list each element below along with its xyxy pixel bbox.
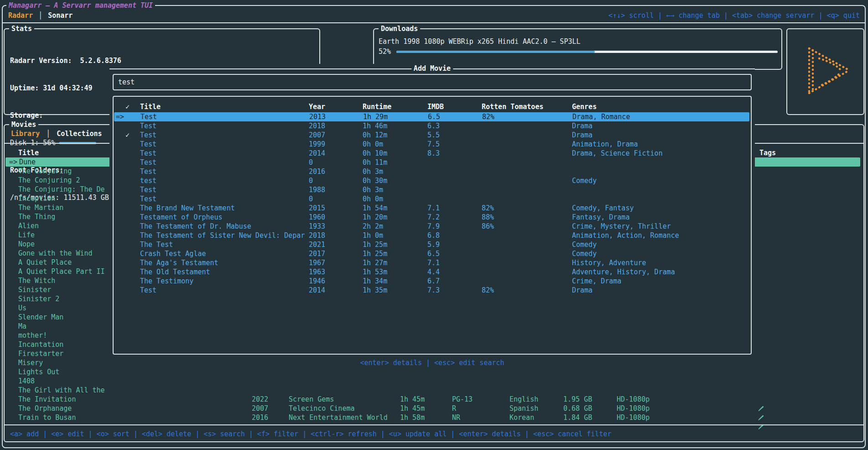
result-year: 1963 bbox=[309, 267, 325, 277]
result-row[interactable]: => ✓ test 0 0h 30m Comedy bbox=[114, 176, 751, 185]
result-title: test bbox=[140, 176, 156, 185]
edit-pencil-icon[interactable] bbox=[708, 404, 764, 413]
result-row[interactable]: => ✓ The Testament of Sister New Devil: … bbox=[114, 231, 751, 240]
movie-title: Misery bbox=[18, 358, 43, 367]
download-progress-gauge bbox=[396, 51, 778, 53]
result-imdb-rating: 7.1 bbox=[427, 258, 440, 267]
movie-row[interactable]: => The Orphanage 2007 Telecinco Cinema 1… bbox=[5, 404, 863, 413]
tab-radarr[interactable]: Radarr bbox=[7, 11, 34, 20]
result-rotten-tomatoes: 88% bbox=[482, 213, 494, 222]
movie-studio: Next Entertainment World bbox=[289, 413, 388, 422]
movie-runtime: 1h 45m bbox=[400, 404, 425, 413]
movie-certification: PG-13 bbox=[452, 395, 473, 404]
result-runtime: 1h 34m bbox=[363, 277, 387, 286]
movie-title: The Witch bbox=[18, 276, 55, 285]
result-runtime: 0h 0m bbox=[363, 140, 383, 149]
download-progress-line: 52% bbox=[379, 47, 778, 56]
result-title: Test bbox=[140, 131, 156, 140]
result-runtime: 0h 12m bbox=[363, 131, 387, 140]
movies-panel-title: Movies bbox=[9, 120, 38, 129]
result-rotten-tomatoes: 82% bbox=[482, 286, 494, 295]
result-year: 1933 bbox=[309, 222, 325, 231]
result-runtime: 1h 25m bbox=[363, 249, 387, 258]
tab-library[interactable]: Library bbox=[10, 129, 41, 138]
movie-year: 2007 bbox=[252, 404, 268, 413]
result-row[interactable]: => ✓ The Old Testament 1963 1h 53m 4.4 A… bbox=[114, 267, 751, 277]
result-title: The Brand New Testament bbox=[140, 204, 235, 213]
tab-collections[interactable]: Collections bbox=[56, 129, 103, 138]
result-year: 0 bbox=[309, 158, 313, 167]
result-genres: Drama bbox=[572, 121, 593, 131]
result-imdb-rating: 6.5 bbox=[427, 249, 440, 258]
movies-tabs: Library │ Collections │ bbox=[10, 129, 113, 138]
result-runtime: 1h 27m bbox=[363, 258, 387, 267]
movie-title: Firestarter bbox=[18, 349, 63, 358]
result-title: Test bbox=[140, 286, 156, 295]
movie-year: 2022 bbox=[252, 395, 268, 404]
download-percent-label: 52% bbox=[379, 47, 391, 56]
result-genres: Comedy, Fantasy bbox=[572, 204, 634, 213]
result-runtime: 1h 29m bbox=[363, 112, 388, 121]
movie-size: 0.68 GB bbox=[563, 404, 592, 413]
movie-title: Gone with the Wind bbox=[18, 249, 93, 258]
result-row[interactable]: => ✓ Test 2013 1h 29m 6.5 82% Drama, Rom… bbox=[114, 112, 749, 121]
result-title: Crash Test Aglae bbox=[140, 249, 206, 258]
result-genres: Adventure, History, Drama bbox=[572, 267, 675, 277]
tab-sonarr[interactable]: Sonarr bbox=[47, 11, 73, 20]
result-row[interactable]: => ✓ Test 2007 0h 12m 5.5 Drama bbox=[114, 131, 751, 140]
tab-separator: │ bbox=[38, 11, 42, 20]
result-runtime: 1h 54m bbox=[363, 204, 387, 213]
movie-studio: Screen Gems bbox=[289, 395, 334, 404]
result-row[interactable]: => ✓ The Testimony 1946 1h 34m 6.7 Crime… bbox=[114, 277, 751, 286]
result-row[interactable]: => ✓ Test 2014 0h 10m 8.3 Drama, Science… bbox=[114, 149, 751, 158]
result-title: Test bbox=[140, 149, 156, 158]
result-title: The Test bbox=[140, 240, 173, 249]
result-row[interactable]: => ✓ Crash Test Aglae 2017 1h 25m 6.5 Co… bbox=[114, 249, 751, 258]
radarr-logo-icon bbox=[795, 37, 856, 107]
storage-label: Storage: bbox=[10, 111, 125, 120]
column-header-title: Title bbox=[140, 102, 161, 111]
edit-pencil-icon[interactable] bbox=[708, 395, 764, 404]
result-imdb-rating: 7.3 bbox=[427, 286, 440, 295]
result-row[interactable]: => ✓ The Aga's Testament 1967 1h 27m 7.1… bbox=[114, 258, 751, 267]
result-title: Test bbox=[140, 167, 156, 176]
result-row[interactable]: => ✓ Test 0 0h 0m bbox=[114, 194, 751, 204]
result-year: 2018 bbox=[309, 231, 325, 240]
movie-row[interactable]: => Train to Busan 2016 Next Entertainmen… bbox=[5, 413, 863, 422]
result-row[interactable]: => ✓ Testament of Orpheus 1960 1h 20m 7.… bbox=[114, 213, 751, 222]
add-movie-search-input[interactable] bbox=[117, 76, 747, 89]
edit-pencil-icon[interactable] bbox=[708, 413, 764, 422]
movie-title: Train to Busan bbox=[18, 413, 76, 422]
result-runtime: 1h 35m bbox=[363, 286, 387, 295]
result-row[interactable]: => ✓ Test 2014 1h 35m 7.3 82% Drama bbox=[114, 286, 751, 295]
download-item-title: Earth 1998 1080p WEBRip x265 Hindi AAC2.… bbox=[379, 37, 581, 46]
result-row[interactable]: => ✓ The Testament of Dr. Mabuse 1933 2h… bbox=[114, 222, 751, 231]
results-column-headers: ✓ Title Year Runtime IMDB Rotten Tomatoe… bbox=[114, 102, 751, 111]
result-row[interactable]: => ✓ Test 0 0h 11m bbox=[114, 158, 751, 167]
result-genres: Animation, Drama bbox=[572, 140, 638, 149]
result-imdb-rating: 8.3 bbox=[427, 149, 440, 158]
result-year: 2017 bbox=[309, 249, 325, 258]
movie-row[interactable]: => The Invitation 2022 Screen Gems 1h 45… bbox=[5, 395, 863, 404]
movie-title: Incantation bbox=[18, 340, 63, 349]
movie-quality: HD-1080p bbox=[617, 413, 650, 422]
movie-title: The Conjuring bbox=[18, 167, 72, 176]
movie-title: Lights Out bbox=[18, 367, 59, 377]
movie-title: The Conjuring 2 bbox=[18, 176, 80, 185]
movie-language: English bbox=[509, 395, 538, 404]
result-row[interactable]: => ✓ Test 1988 0h 3m bbox=[114, 185, 751, 194]
result-row[interactable]: => ✓ The Brand New Testament 2015 1h 54m… bbox=[114, 204, 751, 213]
movie-title: Alien bbox=[18, 221, 39, 230]
result-row[interactable]: => ✓ The Test 2021 1h 25m 5.9 Comedy bbox=[114, 240, 751, 249]
movies-footer-separator bbox=[4, 424, 864, 425]
result-year: 1967 bbox=[309, 258, 325, 267]
result-row[interactable]: => ✓ Test 1999 0h 0m 7.5 Animation, Dram… bbox=[114, 140, 751, 149]
result-genres: Comedy bbox=[572, 249, 597, 258]
movie-certification: R bbox=[452, 404, 456, 413]
result-row[interactable]: => ✓ Test 2016 0h 3m bbox=[114, 167, 751, 176]
result-row[interactable]: => ✓ Test 2018 1h 46m 6.3 Drama bbox=[114, 121, 751, 131]
result-title: Test bbox=[140, 140, 156, 149]
movie-title: 1408 bbox=[18, 377, 35, 386]
selection-marker: => bbox=[116, 112, 124, 121]
result-runtime: 0h 11m bbox=[363, 158, 387, 167]
